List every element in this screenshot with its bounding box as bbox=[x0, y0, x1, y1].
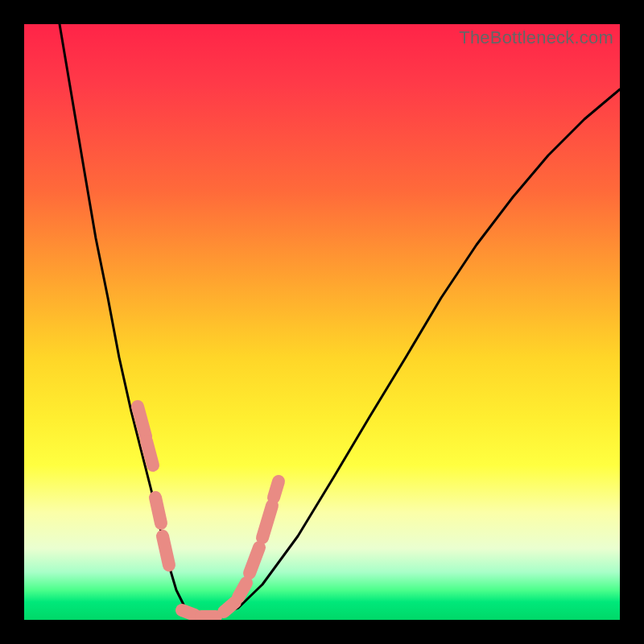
plot-area: TheBottleneck.com bbox=[24, 24, 620, 620]
marker-right-upper-3 bbox=[274, 481, 279, 497]
curve-layer bbox=[24, 24, 620, 620]
marker-left-lower-1 bbox=[155, 497, 161, 523]
marker-left-upper-2 bbox=[147, 441, 153, 465]
marker-group bbox=[138, 407, 279, 617]
bottleneck-curve bbox=[60, 24, 620, 617]
marker-left-upper-1 bbox=[138, 407, 146, 436]
marker-right-lower-1 bbox=[224, 602, 235, 612]
marker-right-upper-1 bbox=[250, 547, 259, 573]
chart-container: { "watermark": "TheBottleneck.com", "cha… bbox=[0, 0, 644, 644]
marker-right-lower-2 bbox=[238, 583, 246, 597]
marker-right-upper-2 bbox=[262, 506, 272, 538]
marker-left-lower-2 bbox=[163, 536, 169, 565]
marker-bottom-1 bbox=[182, 610, 195, 615]
